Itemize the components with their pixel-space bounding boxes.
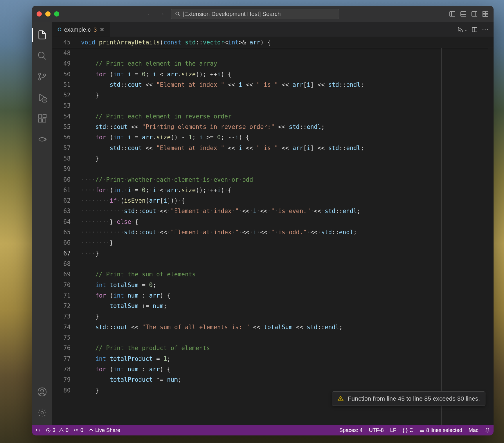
code-line <box>79 332 494 343</box>
svg-rect-8 <box>483 11 485 14</box>
code-line: for (int num : arr) { <box>79 364 494 374</box>
indentation-indicator[interactable]: Spaces: 4 <box>339 427 363 433</box>
svg-rect-22 <box>43 114 46 118</box>
svg-point-24 <box>41 389 44 392</box>
split-editor-icon[interactable] <box>471 26 478 33</box>
search-placeholder: [Extension Development Host] Search <box>183 11 281 17</box>
svg-point-16 <box>44 74 46 76</box>
remote-indicator[interactable] <box>35 428 41 433</box>
run-debug-dropdown[interactable]: ⌄ <box>457 26 467 33</box>
code-line: // Print each element in the array <box>79 58 494 69</box>
diagnostic-hover: Function from line 45 to line 85 exceeds… <box>332 391 485 406</box>
svg-line-13 <box>43 57 46 60</box>
activity-search[interactable] <box>32 46 52 65</box>
tab-problems-badge: 3 <box>93 26 97 33</box>
status-bar: 3 0 0 Live Share Spaces: 4 UTF-8 LF { } … <box>32 425 494 435</box>
activity-explorer[interactable] <box>32 26 52 44</box>
live-share-icon <box>89 428 93 433</box>
search-icon <box>175 11 180 17</box>
code-line <box>79 48 494 58</box>
svg-rect-4 <box>461 12 466 16</box>
encoding-indicator[interactable]: UTF-8 <box>369 427 384 433</box>
minimize-window-button[interactable] <box>45 11 51 17</box>
tab-close-icon[interactable]: ✕ <box>100 26 105 33</box>
problems-indicator[interactable]: 3 0 <box>46 427 69 433</box>
svg-rect-11 <box>486 14 488 17</box>
code-line: // Print each element in reverse order <box>79 111 494 122</box>
search-icon <box>37 51 47 61</box>
code-line: ····//·Print·whether·each·element·is·eve… <box>79 174 494 185</box>
nav-forward-icon[interactable]: → <box>159 10 165 18</box>
code-line: int totalProduct = 1; <box>79 354 494 364</box>
svg-rect-19 <box>38 115 42 118</box>
ports-indicator[interactable]: 0 <box>74 427 83 433</box>
code-line: std::cout << "Element at index " << i <<… <box>79 80 494 90</box>
live-share-button[interactable]: Live Share <box>89 427 120 433</box>
code-line: // Print the sum of elements <box>79 269 494 280</box>
code-line <box>79 259 494 269</box>
svg-line-1 <box>178 15 180 16</box>
close-window-button[interactable] <box>37 11 42 17</box>
code-line: std::cout << "Element at index " << i <<… <box>79 143 494 153</box>
command-center-search[interactable]: [Extension Development Host] Search <box>171 9 339 19</box>
warning-icon <box>337 395 344 402</box>
notifications-button[interactable] <box>485 428 490 433</box>
maximize-window-button[interactable] <box>54 11 59 17</box>
code-line: int totalSum = 0; <box>79 280 494 290</box>
code-line: ············std::cout·<<·"Element·at·ind… <box>79 227 494 237</box>
code-line: for (int i = arr.size() - 1; i >= 0; --i… <box>79 132 494 143</box>
os-indicator[interactable]: Mac <box>469 427 478 433</box>
eol-indicator[interactable]: LF <box>390 427 396 433</box>
code-line: ····for·(int·i·=·0;·i·<·arr.size();·++i)… <box>79 185 494 195</box>
code-line: totalProduct *= num; <box>79 374 494 385</box>
sticky-scroll-header[interactable]: 45 void printArrayDetails(const std::vec… <box>52 37 494 48</box>
activity-accounts[interactable] <box>32 383 52 401</box>
customize-layout-icon[interactable] <box>482 10 489 17</box>
activity-settings[interactable] <box>32 404 52 422</box>
svg-marker-26 <box>458 28 462 31</box>
git-branch-icon <box>37 72 47 82</box>
more-actions-icon[interactable]: ⋯ <box>482 26 488 33</box>
svg-point-35 <box>76 429 77 430</box>
warning-icon <box>59 428 64 433</box>
code-line: ········}·else·{ <box>79 217 494 227</box>
svg-point-12 <box>38 52 44 58</box>
diagnostic-text: Function from line 45 to line 85 exceeds… <box>348 395 480 402</box>
layout-sidebar-right-icon[interactable] <box>471 10 478 17</box>
svg-rect-2 <box>450 12 455 16</box>
activity-run-debug[interactable] <box>32 88 52 107</box>
bell-icon <box>485 428 490 433</box>
title-bar: ← → [Extension Development Host] Search <box>32 6 494 22</box>
tab-example-c[interactable]: C example.c 3 ✕ <box>52 22 110 37</box>
activity-live-share[interactable] <box>32 130 52 149</box>
line-number-gutter: 4849505152535455565758596061626364656667… <box>52 48 79 396</box>
code-lines[interactable]: // Print each element in the array for (… <box>79 48 494 396</box>
error-count: 3 <box>53 427 55 433</box>
code-line: ············std::cout·<<·"Element·at·ind… <box>79 206 494 216</box>
language-mode[interactable]: { } C <box>403 427 413 433</box>
code-line: } <box>79 153 494 164</box>
svg-point-31 <box>340 400 341 400</box>
activity-bar <box>32 22 52 425</box>
code-line <box>79 164 494 174</box>
nav-back-icon[interactable]: ← <box>147 10 153 18</box>
vscode-window: ← → [Extension Development Host] Search <box>32 6 494 435</box>
minimap[interactable] <box>488 48 494 425</box>
code-editor[interactable]: 4849505152535455565758596061626364656667… <box>52 48 494 425</box>
live-share-icon <box>37 134 47 144</box>
tabs-row: C example.c 3 ✕ ⌄ ⋯ <box>52 22 494 37</box>
error-icon <box>46 428 51 433</box>
ports-count: 0 <box>80 427 83 433</box>
sticky-line-number: 45 <box>52 37 79 48</box>
svg-rect-10 <box>483 14 485 17</box>
gear-icon <box>37 408 47 418</box>
activity-source-control[interactable] <box>32 67 52 86</box>
layout-sidebar-left-icon[interactable] <box>449 10 456 17</box>
code-line: ········if·(isEven(arr[i]))·{ <box>79 195 494 206</box>
layout-panel-icon[interactable] <box>460 10 467 17</box>
activity-extensions[interactable] <box>32 109 52 128</box>
remote-icon <box>35 428 41 433</box>
svg-rect-9 <box>486 11 488 14</box>
selection-indicator[interactable]: 8 lines selected <box>420 427 462 433</box>
svg-rect-21 <box>42 119 46 122</box>
